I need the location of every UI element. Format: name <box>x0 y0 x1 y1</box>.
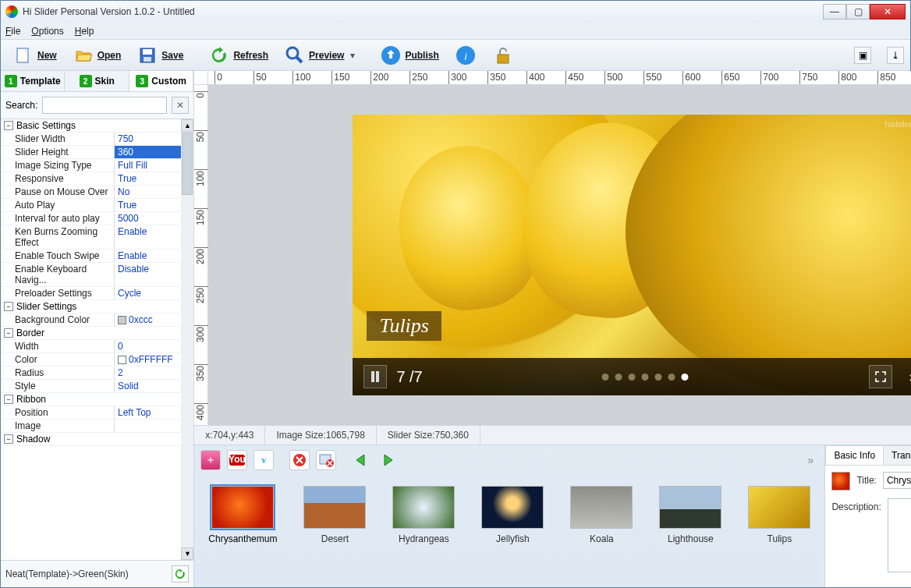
menu-file[interactable]: File <box>5 26 20 37</box>
pg-section[interactable]: −Border <box>1 327 181 340</box>
lock-button[interactable] <box>487 42 519 69</box>
clear-search-button[interactable]: ✕ <box>172 97 189 114</box>
add-youtube-button[interactable]: You <box>227 450 247 470</box>
next-item-button[interactable] <box>378 450 399 470</box>
thumbnail-item[interactable]: Desert <box>303 486 366 544</box>
thumbnail-image <box>659 486 721 529</box>
info-thumbnail-icon <box>831 472 850 491</box>
collapse-panel-button[interactable]: ▣ <box>854 47 871 64</box>
thumbnail-label: Desert <box>321 533 349 544</box>
pagination-dot[interactable] <box>629 374 636 381</box>
preview-button[interactable]: Preview ▾ <box>278 42 360 69</box>
info-button[interactable]: i <box>449 42 482 69</box>
open-button[interactable]: Open <box>67 42 127 69</box>
pg-row[interactable]: ResponsiveTrue <box>1 172 181 186</box>
tab-transition-effect[interactable]: Transition Effect <box>883 445 911 465</box>
tab-custom[interactable]: 3Custom <box>129 71 193 91</box>
thumbnail-label: Jellyfish <box>496 533 530 544</box>
svg-rect-4 <box>144 57 151 62</box>
refresh-mini-button[interactable] <box>172 565 189 583</box>
info-icon: i <box>455 44 477 66</box>
pg-row[interactable]: Auto PlayTrue <box>1 199 181 212</box>
thumbnail-label: Lighthouse <box>668 533 714 544</box>
pagination-dot[interactable] <box>642 374 649 381</box>
expand-panel-button[interactable]: ⤓ <box>887 47 904 64</box>
svg-rect-10 <box>498 55 509 63</box>
thumbnail-label: Tulips <box>767 533 792 544</box>
new-button[interactable]: New <box>7 42 62 69</box>
tab-skin[interactable]: 2Skin <box>65 71 129 91</box>
design-canvas[interactable]: hislider.com Tulips 7 /7 <box>208 85 911 425</box>
window-title: Hi Slider Personal Version 1.0.2 - Untit… <box>23 6 195 17</box>
pg-row[interactable]: StyleSolid <box>1 380 181 393</box>
pause-button[interactable] <box>363 365 387 388</box>
scrollbar[interactable]: ▲ ▼ <box>181 119 193 560</box>
search-input[interactable] <box>42 97 167 114</box>
thumbnail-item[interactable]: Hydrangeas <box>392 486 455 544</box>
pg-row[interactable]: Color0xFFFFFF <box>1 353 181 367</box>
thumbnail-item[interactable]: Koala <box>570 486 633 544</box>
left-panel: 1Template 2Skin 3Custom Search: ✕ −Basic… <box>1 71 194 587</box>
pg-row[interactable]: Slider Height360 <box>1 146 181 159</box>
pg-section[interactable]: −Shadow <box>1 433 181 446</box>
pagination-dot[interactable] <box>602 374 609 381</box>
thumbnail-image <box>303 486 366 529</box>
close-button[interactable]: ✕ <box>870 4 906 19</box>
thumbnail-item[interactable]: Tulips <box>748 486 810 544</box>
pagination-dot[interactable] <box>668 374 675 381</box>
pg-section[interactable]: −Ribbon <box>1 393 181 406</box>
slide-counter: 7 /7 <box>396 368 422 386</box>
publish-button[interactable]: Publish <box>374 42 444 69</box>
pg-row[interactable]: Width0 <box>1 340 181 353</box>
menu-help[interactable]: Help <box>75 26 94 37</box>
pg-row[interactable]: Pause on Mouse OverNo <box>1 186 181 199</box>
thumbnail-item[interactable]: Lighthouse <box>659 486 721 544</box>
scroll-up-icon[interactable]: ▲ <box>181 119 193 132</box>
prev-item-button[interactable] <box>352 450 372 470</box>
description-textarea[interactable] <box>888 498 911 572</box>
menu-options[interactable]: Options <box>31 26 63 37</box>
pg-row[interactable]: Radius2 <box>1 367 181 380</box>
save-button[interactable]: Save <box>131 42 189 69</box>
pg-row[interactable]: PositionLeft Top <box>1 406 181 420</box>
add-image-button[interactable]: ＋ <box>200 450 221 470</box>
pagination-dot[interactable] <box>615 374 622 381</box>
fullscreen-button[interactable] <box>869 365 892 388</box>
pg-section[interactable]: −Basic Settings <box>1 119 181 133</box>
pg-row[interactable]: Slider Width750 <box>1 133 181 146</box>
pagination-dot[interactable] <box>682 374 689 381</box>
pg-row[interactable]: Image <box>1 420 181 433</box>
canvas-status-bar: x:704,y:443 Image Size:1065,798 Slider S… <box>194 425 911 445</box>
maximize-button[interactable]: ▢ <box>846 4 870 19</box>
title-input[interactable] <box>883 472 911 489</box>
delete-all-button[interactable] <box>316 450 336 470</box>
thumbnail-item[interactable]: Chrysanthemum <box>208 486 277 544</box>
pg-row[interactable]: Background Color0xccc <box>1 313 181 327</box>
pg-row[interactable]: Image Sizing TypeFull Fill <box>1 159 181 172</box>
pagination-dots[interactable] <box>602 374 689 381</box>
expand-thumb-toolbar-icon[interactable]: » <box>808 454 819 466</box>
refresh-button[interactable]: Refresh <box>203 42 274 69</box>
add-vimeo-button[interactable]: v <box>253 450 274 470</box>
minimize-button[interactable]: — <box>823 4 846 19</box>
tab-template[interactable]: 1Template <box>1 71 65 91</box>
scroll-thumb[interactable] <box>182 133 193 195</box>
pg-row[interactable]: Enable Keyboard Navig...Disable <box>1 263 181 287</box>
tab-basic-info[interactable]: Basic Info <box>825 445 884 465</box>
pg-row[interactable]: Preloader SettingsCycle <box>1 287 181 300</box>
svg-point-5 <box>287 48 298 58</box>
pg-section[interactable]: −Slider Settings <box>1 300 181 313</box>
property-grid[interactable]: −Basic SettingsSlider Width750Slider Hei… <box>1 119 193 561</box>
thumbnail-item[interactable]: Jellyfish <box>481 486 544 544</box>
slider-preview[interactable]: hislider.com Tulips 7 /7 <box>353 115 911 395</box>
thumbnail-label: Koala <box>590 533 614 544</box>
delete-item-button[interactable] <box>289 450 310 470</box>
pg-row[interactable]: Enable Touch SwipeEnable <box>1 250 181 263</box>
menubar: File Options Help <box>1 23 910 40</box>
pg-row[interactable]: Ken Burns Zooming EffectEnable <box>1 225 181 250</box>
collapse-up-button[interactable] <box>903 365 911 388</box>
scroll-down-icon[interactable]: ▼ <box>181 547 193 560</box>
pagination-dot[interactable] <box>655 374 662 381</box>
pg-row[interactable]: Interval for auto play5000 <box>1 212 181 225</box>
thumbnail-label: Chrysanthemum <box>208 533 277 544</box>
